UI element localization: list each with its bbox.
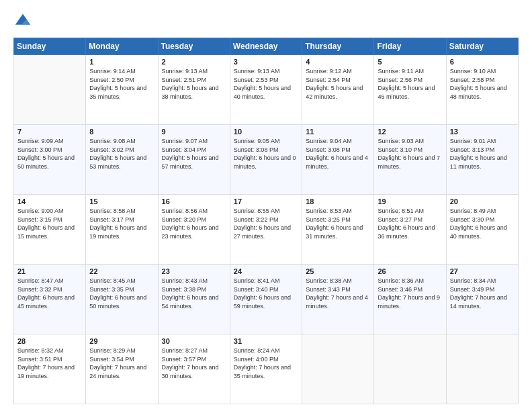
day-number: 8 (89, 128, 154, 136)
day-info: Sunrise: 9:13 AMSunset: 2:51 PMDaylight:… (162, 67, 226, 101)
day-number: 5 (378, 58, 442, 66)
calendar-cell: 28 Sunrise: 8:32 AMSunset: 3:51 PMDaylig… (14, 334, 86, 404)
day-info: Sunrise: 8:47 AMSunset: 3:32 PMDaylight:… (17, 277, 82, 310)
calendar-cell (14, 55, 86, 125)
day-number: 13 (450, 128, 515, 136)
header (13, 12, 519, 31)
day-info: Sunrise: 8:55 AMSunset: 3:22 PMDaylight:… (234, 207, 298, 240)
weekday-header-sunday: Sunday (14, 38, 86, 55)
calendar-cell: 29 Sunrise: 8:29 AMSunset: 3:54 PMDaylig… (86, 334, 158, 404)
day-number: 19 (378, 197, 442, 205)
calendar-cell: 25 Sunrise: 8:38 AMSunset: 3:43 PMDaylig… (302, 265, 374, 334)
day-info: Sunrise: 9:10 AMSunset: 2:58 PMDaylight:… (450, 67, 515, 101)
day-number: 24 (234, 267, 298, 275)
day-number: 20 (450, 197, 515, 205)
day-number: 16 (162, 197, 226, 205)
day-number: 30 (162, 337, 226, 345)
calendar-cell: 2 Sunrise: 9:13 AMSunset: 2:51 PMDayligh… (158, 55, 230, 125)
weekday-header-friday: Friday (374, 38, 446, 55)
day-info: Sunrise: 8:36 AMSunset: 3:46 PMDaylight:… (378, 277, 442, 310)
weekday-header-monday: Monday (86, 38, 158, 55)
day-info: Sunrise: 9:03 AMSunset: 3:10 PMDaylight:… (378, 137, 442, 171)
day-number: 18 (306, 197, 370, 205)
calendar-cell: 27 Sunrise: 8:34 AMSunset: 3:49 PMDaylig… (446, 265, 518, 334)
day-number: 22 (89, 267, 154, 275)
day-info: Sunrise: 8:43 AMSunset: 3:38 PMDaylight:… (162, 277, 226, 310)
day-number: 4 (306, 58, 370, 66)
day-info: Sunrise: 8:49 AMSunset: 3:30 PMDaylight:… (450, 207, 515, 240)
calendar-cell: 21 Sunrise: 8:47 AMSunset: 3:32 PMDaylig… (14, 265, 86, 334)
day-number: 28 (17, 337, 82, 345)
day-info: Sunrise: 8:58 AMSunset: 3:17 PMDaylight:… (89, 207, 154, 240)
calendar-week-3: 14 Sunrise: 9:00 AMSunset: 3:15 PMDaylig… (14, 195, 519, 265)
calendar-week-4: 21 Sunrise: 8:47 AMSunset: 3:32 PMDaylig… (14, 265, 519, 334)
day-info: Sunrise: 9:08 AMSunset: 3:02 PMDaylight:… (89, 137, 154, 171)
logo-icon (13, 12, 32, 31)
calendar-cell (446, 334, 518, 404)
calendar-cell: 22 Sunrise: 8:45 AMSunset: 3:35 PMDaylig… (86, 265, 158, 334)
calendar-week-1: 1 Sunrise: 9:14 AMSunset: 2:50 PMDayligh… (14, 55, 519, 125)
calendar-cell: 15 Sunrise: 8:58 AMSunset: 3:17 PMDaylig… (86, 195, 158, 265)
calendar-cell: 4 Sunrise: 9:12 AMSunset: 2:54 PMDayligh… (302, 55, 374, 125)
calendar-cell: 3 Sunrise: 9:13 AMSunset: 2:53 PMDayligh… (230, 55, 302, 125)
calendar-cell (374, 334, 446, 404)
day-info: Sunrise: 9:14 AMSunset: 2:50 PMDaylight:… (89, 67, 154, 101)
day-info: Sunrise: 8:56 AMSunset: 3:20 PMDaylight:… (162, 207, 226, 240)
calendar-cell: 12 Sunrise: 9:03 AMSunset: 3:10 PMDaylig… (374, 125, 446, 195)
calendar-week-5: 28 Sunrise: 8:32 AMSunset: 3:51 PMDaylig… (14, 334, 519, 404)
day-info: Sunrise: 8:38 AMSunset: 3:43 PMDaylight:… (306, 277, 370, 310)
day-number: 2 (162, 58, 226, 66)
day-number: 9 (162, 128, 226, 136)
day-info: Sunrise: 9:13 AMSunset: 2:53 PMDaylight:… (234, 67, 298, 101)
calendar-cell: 11 Sunrise: 9:04 AMSunset: 3:08 PMDaylig… (302, 125, 374, 195)
day-number: 26 (378, 267, 442, 275)
calendar-cell: 30 Sunrise: 8:27 AMSunset: 3:57 PMDaylig… (158, 334, 230, 404)
day-info: Sunrise: 9:09 AMSunset: 3:00 PMDaylight:… (17, 137, 82, 171)
weekday-header-saturday: Saturday (446, 38, 518, 55)
page: SundayMondayTuesdayWednesdayThursdayFrid… (0, 0, 532, 411)
day-info: Sunrise: 8:51 AMSunset: 3:27 PMDaylight:… (378, 207, 442, 240)
calendar-cell: 23 Sunrise: 8:43 AMSunset: 3:38 PMDaylig… (158, 265, 230, 334)
calendar-cell: 24 Sunrise: 8:41 AMSunset: 3:40 PMDaylig… (230, 265, 302, 334)
day-info: Sunrise: 8:53 AMSunset: 3:25 PMDaylight:… (306, 207, 370, 240)
day-info: Sunrise: 9:12 AMSunset: 2:54 PMDaylight:… (306, 67, 370, 101)
calendar-cell: 1 Sunrise: 9:14 AMSunset: 2:50 PMDayligh… (86, 55, 158, 125)
logo (13, 12, 35, 31)
calendar-cell: 18 Sunrise: 8:53 AMSunset: 3:25 PMDaylig… (302, 195, 374, 265)
day-info: Sunrise: 9:05 AMSunset: 3:06 PMDaylight:… (234, 137, 298, 171)
day-number: 11 (306, 128, 370, 136)
day-number: 12 (378, 128, 442, 136)
day-info: Sunrise: 9:00 AMSunset: 3:15 PMDaylight:… (17, 207, 82, 240)
day-info: Sunrise: 8:45 AMSunset: 3:35 PMDaylight:… (89, 277, 154, 310)
day-number: 25 (306, 267, 370, 275)
calendar-cell (302, 334, 374, 404)
day-info: Sunrise: 9:01 AMSunset: 3:13 PMDaylight:… (450, 137, 515, 171)
calendar-cell: 6 Sunrise: 9:10 AMSunset: 2:58 PMDayligh… (446, 55, 518, 125)
day-info: Sunrise: 8:34 AMSunset: 3:49 PMDaylight:… (450, 277, 515, 310)
weekday-header-tuesday: Tuesday (158, 38, 230, 55)
calendar-table: SundayMondayTuesdayWednesdayThursdayFrid… (13, 38, 519, 404)
day-number: 31 (234, 337, 298, 345)
day-info: Sunrise: 8:29 AMSunset: 3:54 PMDaylight:… (89, 347, 154, 380)
day-number: 6 (450, 58, 515, 66)
weekday-header-thursday: Thursday (302, 38, 374, 55)
calendar-cell: 31 Sunrise: 8:24 AMSunset: 4:00 PMDaylig… (230, 334, 302, 404)
day-info: Sunrise: 9:04 AMSunset: 3:08 PMDaylight:… (306, 137, 370, 171)
day-info: Sunrise: 9:11 AMSunset: 2:56 PMDaylight:… (378, 67, 442, 101)
day-number: 15 (89, 197, 154, 205)
day-info: Sunrise: 8:32 AMSunset: 3:51 PMDaylight:… (17, 347, 82, 380)
calendar-cell: 13 Sunrise: 9:01 AMSunset: 3:13 PMDaylig… (446, 125, 518, 195)
calendar-cell: 5 Sunrise: 9:11 AMSunset: 2:56 PMDayligh… (374, 55, 446, 125)
calendar-week-2: 7 Sunrise: 9:09 AMSunset: 3:00 PMDayligh… (14, 125, 519, 195)
calendar-cell: 9 Sunrise: 9:07 AMSunset: 3:04 PMDayligh… (158, 125, 230, 195)
day-number: 10 (234, 128, 298, 136)
calendar-cell: 14 Sunrise: 9:00 AMSunset: 3:15 PMDaylig… (14, 195, 86, 265)
day-number: 27 (450, 267, 515, 275)
day-number: 21 (17, 267, 82, 275)
day-number: 17 (234, 197, 298, 205)
calendar-cell: 7 Sunrise: 9:09 AMSunset: 3:00 PMDayligh… (14, 125, 86, 195)
day-info: Sunrise: 8:24 AMSunset: 4:00 PMDaylight:… (234, 347, 298, 380)
calendar-cell: 20 Sunrise: 8:49 AMSunset: 3:30 PMDaylig… (446, 195, 518, 265)
calendar-cell: 8 Sunrise: 9:08 AMSunset: 3:02 PMDayligh… (86, 125, 158, 195)
day-number: 7 (17, 128, 82, 136)
